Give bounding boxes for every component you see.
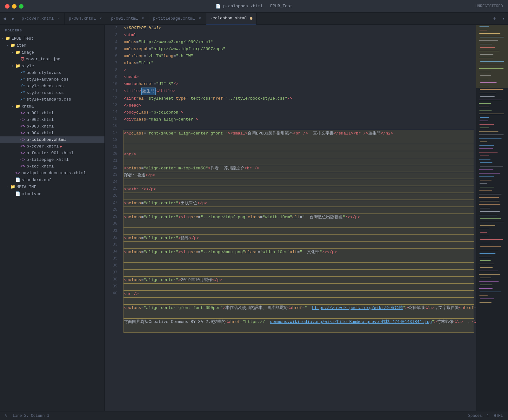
sidebar-item-p-002-xhtml[interactable]: <>p-002.xhtml <box>0 116 104 123</box>
minimize-button[interactable] <box>12 4 17 9</box>
tree-item-label: standard.opf <box>22 178 51 182</box>
code-line: <p class="align-center">出版單位</p> <box>124 200 474 207</box>
tab-tab-ptitlepage[interactable]: p-titlepage.xhtml× <box>149 13 206 25</box>
sidebar-item-p-004-xhtml[interactable]: <>p-004.xhtml <box>0 130 104 136</box>
css-icon: /* <box>20 84 25 89</box>
line-number: 6 <box>105 53 117 60</box>
code-line: <hr/> <box>124 151 474 158</box>
sidebar-item-p-toc-xhtml[interactable]: <>p-toc.xhtml <box>0 163 104 170</box>
sidebar-item-standard-opf[interactable]: 📄standard.opf <box>0 176 104 183</box>
tab-label: p-cover.xhtml <box>22 16 54 21</box>
sidebar-item-p-fmatter-xhtml[interactable]: <>p-fmatter-001.xhtml <box>0 150 104 156</box>
new-tab-button[interactable]: + <box>490 13 499 25</box>
code-line <box>124 179 474 186</box>
code-line <box>124 263 474 270</box>
tab-close-button[interactable]: × <box>141 16 145 21</box>
tab-list-button[interactable]: ▾ <box>499 13 508 25</box>
sidebar-item-xhtml[interactable]: 📁xhtml <box>0 103 104 110</box>
sidebar-item-style[interactable]: 📁style <box>0 62 104 69</box>
line-number: 5 <box>105 46 117 53</box>
language-label: HTML <box>494 414 503 418</box>
sidebar-item-style-standard-css[interactable]: /*style-standard.css <box>0 96 104 103</box>
code-line <box>124 228 474 235</box>
code-line <box>124 298 474 305</box>
code-line <box>124 207 474 214</box>
tab-tab-p001[interactable]: p-001.xhtml× <box>107 13 149 25</box>
minimap <box>476 25 508 411</box>
maximize-button[interactable] <box>19 4 23 9</box>
xhtml-icon: <> <box>20 117 25 122</box>
unregistered-label: UNREGISTERED <box>476 4 503 9</box>
sidebar-item-cover-test-jpg[interactable]: 🖼cover_test.jpg <box>0 56 104 62</box>
line-number: 11 <box>105 88 117 95</box>
sidebar-item-style-advance-css[interactable]: /*style-advance.css <box>0 76 104 83</box>
tab-close-button[interactable]: × <box>98 16 103 21</box>
sidebar-item-p-cover-xhtml[interactable]: <>p-cover.xhtml ▶ <box>0 143 104 150</box>
line-number: 4 <box>105 39 117 46</box>
sidebar-item-epub-test[interactable]: 📁EPUB_Test <box>0 35 104 42</box>
sidebar-item-mimetype[interactable]: 📄mimetype <box>0 190 104 197</box>
tree-item-label: cover_test.jpg <box>26 57 60 62</box>
line-number: 12 <box>105 95 117 102</box>
code-line: <p class="align-center">2019年10月製作</p> <box>124 277 474 284</box>
tab-nav-next[interactable]: ▶ <box>9 13 18 25</box>
code-line: <p class="align-center"><img src="../ima… <box>124 249 474 263</box>
line-number: 10 <box>105 81 117 88</box>
tab-tab-pcolophon[interactable]: -colophon.xhtml <box>206 13 257 25</box>
code-line <box>124 284 474 291</box>
tree-item-label: xhtml <box>22 104 34 109</box>
tab-tab-p004[interactable]: p-004.xhtml× <box>65 13 107 25</box>
code-line <box>124 158 474 165</box>
line-number: 40 <box>105 290 117 297</box>
sidebar-item-style-reset-css[interactable]: /*style-reset.css <box>0 89 104 96</box>
tree-item-label: style-standard.css <box>27 97 71 102</box>
code-line: xmlns:epub="http://www.idpf.org/2007/ops… <box>124 46 474 53</box>
code-container[interactable]: 2345678910111213141516171819202122232425… <box>105 25 508 411</box>
code-line <box>124 270 474 277</box>
tab-tab-pcover[interactable]: p-cover.xhtml× <box>18 13 65 25</box>
line-number: 31 <box>105 227 117 234</box>
tree-item-label: mimetype <box>22 192 41 196</box>
code-content[interactable]: <!DOCTYPE html><html xmlns="http://www.w… <box>120 25 476 411</box>
line-number: 7 <box>105 60 117 67</box>
sidebar-item-style-check-css[interactable]: /*style-check.css <box>0 83 104 89</box>
tree-item-label: p-003.xhtml <box>27 124 54 129</box>
sidebar-item-item[interactable]: 📁item <box>0 42 104 49</box>
sidebar-item-meta-inf[interactable]: 📁META-INF <box>0 183 104 190</box>
sidebar-item-p-titlepage-xhtml[interactable]: <>p-titlepage.xhtml <box>0 156 104 163</box>
code-line: <meta charset="UTF-8"/> <box>124 81 474 88</box>
sidebar-item-image[interactable]: 📁image <box>0 49 104 56</box>
statusbar: ⑂ Line 2, Column 1 Spaces: 4 HTML <box>0 411 508 420</box>
tab-label: p-titlepage.xhtml <box>153 16 195 21</box>
line-number: 34 <box>105 248 117 255</box>
sidebar-item-p-001-xhtml[interactable]: <>p-001.xhtml <box>0 110 104 116</box>
css-icon: /* <box>20 70 25 75</box>
tab-close-button[interactable]: × <box>198 16 202 21</box>
line-number: 23 <box>105 171 117 178</box>
code-line: <p class="align-center"><img src="../ima… <box>124 214 474 228</box>
line-number: 15 <box>105 115 117 122</box>
sidebar-item-p-colophon-xhtml[interactable]: <>p-colophon.xhtml <box>0 136 104 143</box>
line-number: 17 <box>105 129 117 136</box>
tree-item-label: style <box>22 64 34 69</box>
opf-icon: 📄 <box>15 177 20 182</box>
line-number: 36 <box>105 262 117 269</box>
close-button[interactable] <box>5 4 10 9</box>
xhtml-icon: <> <box>20 151 25 155</box>
tab-nav-prev[interactable]: ◀ <box>0 13 9 25</box>
sidebar-item-navigation-docs[interactable]: <>navigation-documents.xhtml <box>0 170 104 176</box>
window-controls <box>5 4 23 9</box>
tree-item-label: book-style.css <box>27 70 61 75</box>
line-number: 3 <box>105 32 117 39</box>
code-line: <title>羅生門</title> <box>124 88 474 95</box>
xhtml-icon: <> <box>20 144 25 149</box>
sidebar-item-book-style-css[interactable]: /*book-style.css <box>0 69 104 76</box>
sidebar-item-p-003-xhtml[interactable]: <>p-003.xhtml <box>0 123 104 130</box>
line-number: 33 <box>105 241 117 248</box>
main-layout: FOLDERS 📁EPUB_Test📁item📁image🖼cover_test… <box>0 25 508 411</box>
tab-close-button[interactable]: × <box>56 16 61 21</box>
code-line: <body class="p-colophon"> <box>124 109 474 116</box>
editor-area: 2345678910111213141516171819202122232425… <box>105 25 508 411</box>
sidebar: FOLDERS 📁EPUB_Test📁item📁image🖼cover_test… <box>0 25 105 411</box>
tree-item-label: p-cover.xhtml <box>27 144 59 149</box>
